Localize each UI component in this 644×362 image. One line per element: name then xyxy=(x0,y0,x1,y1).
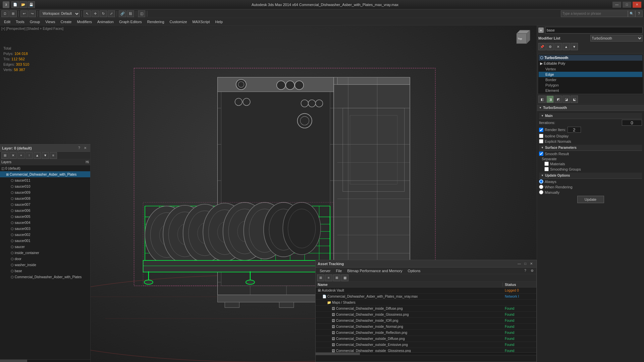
tb-undo[interactable]: ↩ xyxy=(20,10,28,17)
mod-border[interactable]: Border xyxy=(539,77,642,82)
layer-item[interactable]: ⬡ washer_inside xyxy=(0,262,90,268)
asset-tb-1[interactable]: ⊞ xyxy=(317,275,324,281)
tb-redo[interactable]: ↪ xyxy=(29,10,36,17)
layer-item[interactable]: ⬡ saucer007 xyxy=(0,201,90,207)
layers-move-up[interactable]: ▲ xyxy=(34,152,41,159)
modifier-name-input[interactable] xyxy=(545,27,643,34)
menu-rendering[interactable]: Rendering xyxy=(145,19,167,24)
workspace-selector[interactable]: Workspace: Default xyxy=(40,10,80,17)
asset-settings[interactable]: ⚙ xyxy=(529,268,535,274)
layer-item[interactable]: ⬡ saucer001 xyxy=(0,238,90,244)
new-btn[interactable]: 📄 xyxy=(11,1,19,8)
asset-row[interactable]: 📄 Commercial_Dishwasher_Asber_with_Plate… xyxy=(316,294,536,300)
mod-icon-2[interactable]: ◨ xyxy=(546,96,554,103)
layers-options[interactable]: ≡ xyxy=(50,152,57,159)
asset-close[interactable]: ✕ xyxy=(528,261,534,267)
render-iters-input[interactable] xyxy=(569,127,579,132)
layer-item[interactable]: ⬡ saucer008 xyxy=(0,195,90,201)
render-iters-check[interactable] xyxy=(539,128,543,132)
mod-up[interactable]: ▲ xyxy=(562,43,570,50)
mod-configure[interactable]: ⚙ xyxy=(546,43,554,50)
menu-modifiers[interactable]: Modifiers xyxy=(74,19,95,24)
rotate-btn[interactable]: ↻ xyxy=(100,10,107,17)
asset-row[interactable]: 🖼 Commercial_Dishwasher_inside_Glossines… xyxy=(316,312,536,318)
layer-item[interactable]: ⊞ Commercial_Dishwasher_Asber_with_Plate… xyxy=(0,171,90,177)
menu-animation[interactable]: Animation xyxy=(95,19,116,24)
layer-item[interactable]: ⬡ Commercial_Dishwasher_Asber_with_Plate… xyxy=(0,274,90,280)
isoline-check[interactable] xyxy=(539,134,543,138)
asset-minimize[interactable]: — xyxy=(516,261,522,267)
asset-row[interactable]: 🖼 Commercial_Dishwasher_outside_Glossine… xyxy=(316,348,536,352)
menu-edit[interactable]: Edit xyxy=(1,19,13,24)
search-btn[interactable]: 🔍 xyxy=(628,10,635,17)
asset-tb-3[interactable]: ⊠ xyxy=(333,275,340,281)
layer-item[interactable]: ⬡ saucer006 xyxy=(0,207,90,214)
select-btn[interactable]: ↖ xyxy=(84,10,91,17)
surface-section-header[interactable]: ▼ Surface Parameters xyxy=(539,145,642,151)
materials-check[interactable] xyxy=(544,162,549,166)
layer-item[interactable]: ⬡ saucer011 xyxy=(0,177,90,183)
layers-new[interactable]: ⊞ xyxy=(1,152,9,159)
menu-graph-editors[interactable]: Graph Editors xyxy=(116,19,145,24)
layer-item[interactable]: ⬡ saucer010 xyxy=(0,183,90,189)
when-rendering-radio[interactable] xyxy=(539,185,543,189)
layer-item[interactable]: ◫ 0 (default) xyxy=(0,165,90,171)
asset-search-input[interactable] xyxy=(316,355,536,362)
mod-vertex[interactable]: Vertex xyxy=(539,66,642,72)
asset-maximize[interactable]: □ xyxy=(522,261,528,267)
asset-row[interactable]: 🖼 Commercial_Dishwasher_outside_Emissive… xyxy=(316,342,536,348)
layers-move-down[interactable]: ▼ xyxy=(42,152,49,159)
asset-row[interactable]: 🖼 Commercial_Dishwasher_outside_Diffuse.… xyxy=(316,336,536,342)
asset-help[interactable]: ? xyxy=(522,268,528,274)
layers-list[interactable]: ◫ 0 (default)⊞ Commercial_Dishwasher_Asb… xyxy=(0,165,90,359)
mod-icon-5[interactable]: ⬕ xyxy=(571,96,578,103)
close-btn[interactable]: ✕ xyxy=(633,2,641,8)
link-btn[interactable]: 🔗 xyxy=(119,10,126,17)
asset-menu-bitmap[interactable]: Bitmap Performance and Memory xyxy=(344,268,405,274)
iterations-input[interactable] xyxy=(624,120,640,125)
asset-row[interactable]: 🖼 Commercial_Dishwasher_inside_IOR.pngFo… xyxy=(316,318,536,324)
asset-row[interactable]: 📁 Maps / Shaders xyxy=(316,300,536,306)
viewport-label[interactable]: [+] [Perspective] [Shaded + Edged Faces] xyxy=(1,27,63,31)
layer-item[interactable]: ⬡ saucer002 xyxy=(0,232,90,238)
mod-editable-poly[interactable]: ▶ Editable Poly xyxy=(539,61,642,66)
tb-new[interactable]: 🗋 xyxy=(1,10,9,17)
modifier-list-dropdown[interactable]: TurboSmooth xyxy=(590,35,643,42)
layer-item[interactable]: ⬡ saucer004 xyxy=(0,220,90,226)
render-iters-value[interactable] xyxy=(568,127,581,133)
menu-create[interactable]: Create xyxy=(58,19,74,24)
menu-customize[interactable]: Customize xyxy=(167,19,190,24)
mod-icon-4[interactable]: ◪ xyxy=(562,96,570,103)
move-btn[interactable]: ✛ xyxy=(92,10,99,17)
asset-tb-4[interactable]: ▦ xyxy=(341,275,348,281)
asset-row[interactable]: 🖼 Commercial_Dishwasher_inside_Reflectio… xyxy=(316,330,536,336)
layer-btn[interactable]: ◫ xyxy=(138,10,145,17)
main-section-header[interactable]: ▼ Main xyxy=(539,113,642,119)
update-button[interactable]: Update xyxy=(577,196,604,203)
layers-select[interactable]: ↑ xyxy=(25,152,33,159)
mod-turbosmooth[interactable]: ⬡ TurboSmooth xyxy=(539,55,642,61)
mod-down[interactable]: ▼ xyxy=(571,43,578,50)
save-btn[interactable]: 💾 xyxy=(28,1,35,8)
iterations-value[interactable] xyxy=(622,120,642,126)
update-section-header[interactable]: ▼ Update Options xyxy=(539,173,642,179)
mod-pin[interactable]: 📌 xyxy=(538,43,546,50)
menu-help[interactable]: Help xyxy=(213,19,226,24)
unlink-btn[interactable]: ⛓ xyxy=(127,10,134,17)
menu-tools[interactable]: Tools xyxy=(13,19,27,24)
search-input[interactable] xyxy=(561,10,628,17)
layer-item[interactable]: ⬡ saucer003 xyxy=(0,226,90,232)
menu-maxscript[interactable]: MAXScript xyxy=(190,19,213,24)
asset-list[interactable]: 🏛 Autodesk VaultLogged 0📄 Commercial_Dis… xyxy=(316,288,536,352)
layers-delete[interactable]: ✕ xyxy=(9,152,17,159)
asset-row[interactable]: 🖼 Commercial_Dishwasher_inside_Diffuse.p… xyxy=(316,306,536,312)
nav-cube[interactable]: Top xyxy=(510,27,533,50)
maximize-btn[interactable]: □ xyxy=(623,2,631,8)
menu-views[interactable]: Views xyxy=(43,19,58,24)
open-btn[interactable]: 📂 xyxy=(19,1,27,8)
tb-open[interactable]: ⊞ xyxy=(9,10,17,17)
asset-menu-server[interactable]: Server xyxy=(317,268,333,274)
manually-radio[interactable] xyxy=(539,190,543,194)
mod-polygon[interactable]: Polygon xyxy=(539,82,642,88)
minimize-btn[interactable]: — xyxy=(612,2,621,8)
